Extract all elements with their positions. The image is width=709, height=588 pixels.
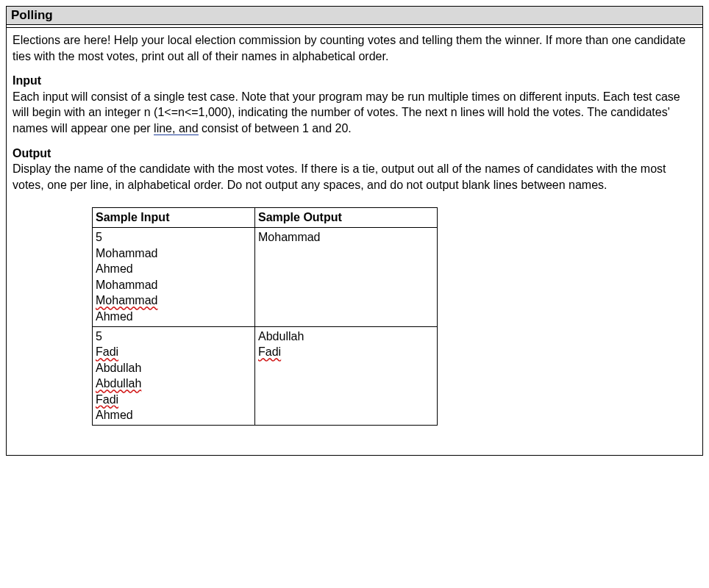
input-text-post: consist of between 1 and 20. (199, 122, 352, 135)
table-header-row: Sample Input Sample Output (93, 208, 438, 228)
problem-page: Polling Elections are here! Help your lo… (6, 6, 703, 456)
sample-input-cell: 5MohammadAhmedMohammadMohammadAhmed (93, 227, 255, 326)
sample-output-line: Abdullah (258, 329, 434, 345)
title-bar: Polling (7, 7, 702, 25)
output-paragraph: Display the name of the candidate with t… (13, 161, 696, 193)
sample-input-line: 5 (96, 229, 252, 245)
sample-input-line: Ahmed (96, 407, 252, 423)
sample-input-line: Mohammad (96, 293, 252, 309)
sample-input-line: Ahmed (96, 309, 252, 325)
sample-output-line: Mohammad (258, 229, 434, 245)
spellcheck-squiggle: Fadi (96, 345, 118, 358)
input-heading: Input (13, 73, 696, 89)
sample-input-line: Mohammad (96, 245, 252, 262)
spellcheck-squiggle: Fadi (96, 393, 118, 406)
intro-paragraph: Elections are here! Help your local elec… (13, 32, 696, 64)
problem-title: Polling (11, 8, 53, 22)
grammar-underline: line, and (154, 122, 199, 135)
sample-input-header: Sample Input (93, 208, 255, 228)
sample-input-line: Ahmed (96, 261, 252, 277)
sample-input-line: Fadi (96, 344, 252, 360)
sample-input-line: Mohammad (96, 277, 252, 293)
sample-input-line: Abdullah (96, 360, 252, 376)
table-row: 5FadiAbdullahAbdullahFadiAhmedAbdullahFa… (93, 326, 438, 426)
content-area: Elections are here! Help your local elec… (7, 28, 702, 455)
sample-output-cell: AbdullahFadi (255, 326, 438, 426)
sample-input-line: Fadi (96, 392, 252, 408)
sample-output-cell: Mohammad (255, 227, 438, 326)
sample-output-line: Fadi (258, 344, 434, 360)
input-paragraph: Each input will consist of a single test… (13, 89, 696, 137)
sample-input-cell: 5FadiAbdullahAbdullahFadiAhmed (93, 326, 255, 426)
sample-input-line: 5 (96, 329, 252, 345)
spellcheck-squiggle: Abdullah (96, 377, 141, 390)
spellcheck-squiggle: Fadi (258, 345, 281, 358)
sample-table: Sample Input Sample Output 5MohammadAhme… (92, 207, 438, 426)
table-row: 5MohammadAhmedMohammadMohammadAhmedMoham… (93, 227, 438, 326)
sample-input-line: Abdullah (96, 376, 252, 392)
sample-output-header: Sample Output (255, 208, 438, 228)
output-heading: Output (13, 146, 696, 162)
spellcheck-squiggle: Mohammad (96, 294, 157, 306)
